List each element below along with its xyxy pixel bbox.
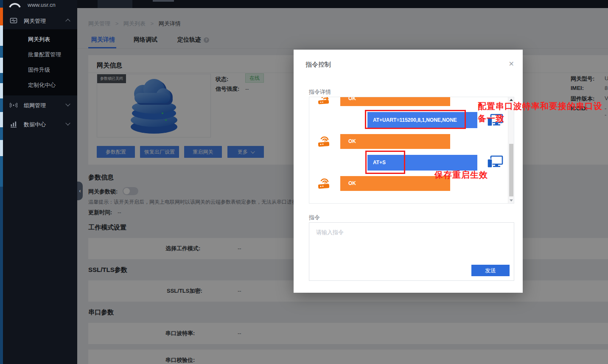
network-management-icon [10,101,17,109]
annotation-highlight-save-command [365,151,405,174]
sidebar-item-customization-center[interactable]: 定制化中心 [3,78,77,93]
send-button[interactable]: 发送 [471,265,510,276]
gateway-message-bubble: OK [340,97,450,106]
chevron-down-icon [65,120,70,125]
computer-icon [487,155,503,170]
scroll-down-button[interactable] [508,198,514,203]
annotation-line: 备一致 [478,112,602,125]
gateway-message-bubble: OK [340,134,450,149]
topbar [77,0,608,8]
sidebar-item-network-management[interactable]: 组网管理 [3,95,77,115]
sidebar-item-firmware-upgrade[interactable]: 固件升级 [3,62,77,78]
sidebar-item-label: 数据中心 [24,121,46,129]
app-root: www.usr.cn 网关管理 网关列表 批量配置管理 固件升级 定制化中心 组… [0,0,608,364]
data-center-icon [10,120,17,128]
sidebar-item-batch-config[interactable]: 批量配置管理 [3,47,77,62]
command-control-modal: 指令控制 ✕ 指令详情 OK AT+UART=115200,8,1,NONE,N… [294,50,523,293]
sidebar-collapse-handle[interactable]: ‹ [77,182,83,200]
gateway-management-icon [10,17,17,25]
scrollbar-thumb[interactable] [509,144,513,196]
annotation-note-baud-rate: 配置串口波特率和要接的串口设 备一致 [478,100,602,125]
topnav-active-tab[interactable] [98,0,132,8]
chevron-down-icon [65,101,70,106]
triangle-down-icon [510,199,513,202]
sidebar-item-label: 网关管理 [24,17,46,25]
annotation-highlight-uart-command [365,110,466,129]
close-icon[interactable]: ✕ [509,60,514,68]
usr-logo-icon [6,0,23,9]
sidebar-item-data-center[interactable]: 数据中心 [3,115,77,134]
sidebar-submenu: 网关列表 批量配置管理 固件升级 定制化中心 [3,29,77,95]
annotation-line: 配置串口波特率和要接的串口设 [478,100,602,112]
modal-title: 指令控制 [305,61,331,69]
sidebar-item-label: 组网管理 [24,102,46,109]
command-detail-label: 指令详情 [309,88,331,96]
router-icon [317,176,331,190]
sidebar-item-gateway-management[interactable]: 网关管理 [3,12,77,29]
command-label: 指令 [309,214,320,221]
command-input-box: 发送 [309,222,514,281]
edge-decoration-stripe [0,0,3,364]
gateway-message-bubble: OK [340,176,450,191]
chevron-up-icon [65,19,70,23]
annotation-note-save-restart: 保存重启生效 [434,169,488,181]
router-icon [317,97,331,105]
site-url: www.usr.cn [28,2,56,8]
topnav-truncated-item [153,0,174,2]
router-icon [317,134,331,148]
sidebar-header: www.usr.cn [3,0,77,12]
sidebar: www.usr.cn 网关管理 网关列表 批量配置管理 固件升级 定制化中心 组… [3,0,77,364]
sidebar-item-gateway-list[interactable]: 网关列表 [3,32,77,47]
